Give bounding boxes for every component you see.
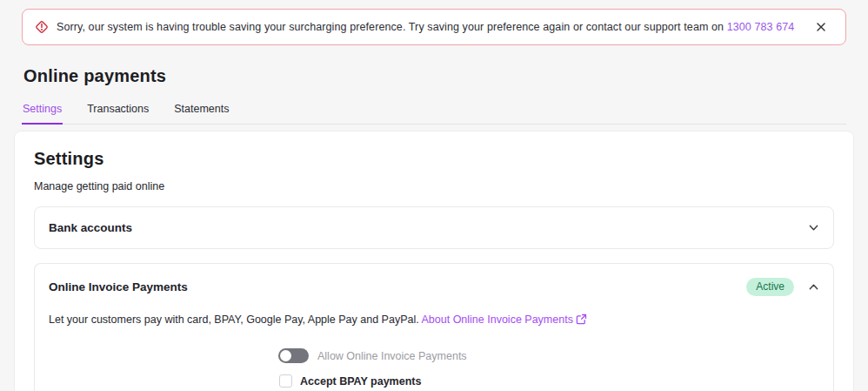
chevron-up-icon[interactable] — [808, 281, 819, 293]
online-invoice-payments-accordion: Online Invoice Payments Active Let your … — [34, 263, 834, 391]
close-icon[interactable] — [812, 18, 830, 36]
tab-settings[interactable]: Settings — [22, 103, 63, 125]
online-invoice-payments-header[interactable]: Online Invoice Payments Active — [35, 264, 833, 310]
online-invoice-payments-title: Online Invoice Payments — [49, 280, 188, 293]
allow-oip-toggle-label: Allow Online Invoice Payments — [317, 350, 467, 362]
settings-card-title: Settings — [34, 149, 834, 169]
settings-card: Settings Manage getting paid online Bank… — [14, 131, 854, 391]
accept-bpay-checkbox-label: Accept BPAY payments — [300, 375, 421, 388]
external-link-icon — [576, 313, 587, 327]
page-title: Online payments — [23, 66, 868, 86]
tab-transactions[interactable]: Transactions — [86, 103, 150, 124]
allow-oip-toggle[interactable] — [278, 348, 309, 363]
bank-accounts-title: Bank accounts — [49, 221, 132, 234]
error-message: Sorry, our system is having trouble savi… — [57, 21, 794, 33]
tab-bar: Settings Transactions Statements — [22, 103, 846, 125]
about-oip-link[interactable]: About Online Invoice Payments — [422, 313, 587, 326]
tab-statements[interactable]: Statements — [173, 103, 230, 124]
status-badge: Active — [746, 278, 794, 296]
accept-bpay-checkbox-row: Accept BPAY payments — [279, 374, 819, 388]
bank-accounts-header[interactable]: Bank accounts — [35, 207, 833, 248]
accept-bpay-checkbox[interactable] — [279, 374, 292, 388]
error-banner: Sorry, our system is having trouble savi… — [22, 9, 846, 45]
bank-accounts-accordion: Bank accounts — [34, 206, 834, 249]
support-phone-link[interactable]: 1300 783 674 — [727, 21, 795, 33]
error-icon — [35, 20, 49, 34]
allow-oip-toggle-row: Allow Online Invoice Payments — [278, 348, 819, 363]
settings-card-subtitle: Manage getting paid online — [34, 180, 834, 192]
online-invoice-payments-body: Let your customers pay with card, BPAY, … — [35, 313, 833, 391]
chevron-down-icon[interactable] — [808, 222, 819, 233]
toggle-knob — [280, 350, 291, 361]
oip-description: Let your customers pay with card, BPAY, … — [49, 313, 819, 327]
